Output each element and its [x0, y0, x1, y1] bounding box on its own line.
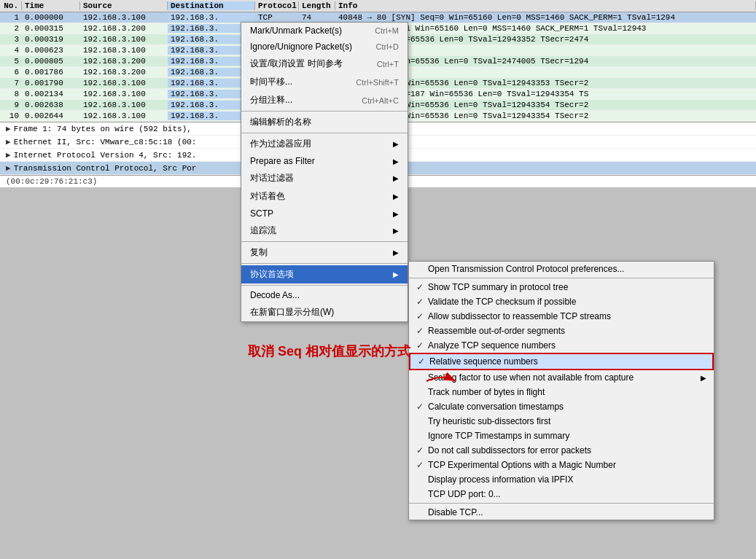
pref-item-label: Display process information via IPFIX: [428, 474, 573, 485]
packet-no: 7: [0, 79, 22, 87]
packet-header: No. Time Source Destination Protocol Len…: [0, 0, 756, 12]
hex-line: (00:0c:29:76:21:c3): [6, 177, 97, 186]
col-header-no: No.: [0, 1, 22, 10]
expand-arrow: ▶: [6, 151, 11, 160]
pref-item[interactable]: Disable TCP...: [409, 505, 714, 520]
submenu-arrow: ▶: [393, 192, 399, 200]
packet-src: 192.168.3.100: [80, 13, 168, 22]
menu-shortcut: Ctrl+D: [376, 42, 399, 51]
annotation-label: 取消 Seq 相对值显示的方式: [248, 344, 410, 359]
pref-item[interactable]: Display process information via IPFIX: [409, 472, 714, 487]
menu-shortcut: Ctrl+Shift+T: [356, 78, 399, 87]
menu-item-label: Prepare as Filter: [250, 156, 315, 166]
menu-item[interactable]: SCTP▶: [241, 206, 408, 222]
packet-no: 2: [0, 24, 22, 33]
packet-time: 0.000000: [22, 13, 80, 22]
submenu-arrow-pref: ▶: [701, 374, 706, 382]
packet-no: 3: [0, 35, 22, 44]
menu-item[interactable]: 在新窗口显示分组(W): [241, 303, 408, 321]
packet-time: 0.000805: [22, 57, 80, 66]
pref-item[interactable]: ✓Allow subdissector to reassemble TCP st…: [409, 309, 714, 324]
submenu-arrow: ▶: [393, 157, 399, 165]
pref-item[interactable]: Try heuristic sub-dissectors first: [409, 414, 714, 429]
packet-src: 192.168.3.100: [80, 35, 168, 44]
menu-item[interactable]: Prepare as Filter▶: [241, 153, 408, 169]
detail-text: Internet Protocol Version 4, Src: 192.: [14, 151, 197, 160]
pref-item[interactable]: ✓Validate the TCP checksum if possible: [409, 294, 714, 309]
check-mark: ✓: [416, 402, 428, 412]
menu-item-label: 对话着色: [250, 190, 285, 203]
pref-item-label: Disable TCP...: [428, 507, 483, 517]
menu-item[interactable]: Mark/Unmark Packet(s)Ctrl+M: [241, 23, 408, 39]
menu-item[interactable]: 对话着色▶: [241, 187, 408, 206]
packet-time: 0.000319: [22, 35, 80, 44]
pref-item[interactable]: Ignore TCP Timestamps in summary: [409, 429, 714, 443]
pref-item[interactable]: ✓Relative sequence numbers: [409, 353, 714, 370]
menu-item[interactable]: 复制▶: [241, 243, 408, 262]
menu-item[interactable]: 作为过滤器应用▶: [241, 135, 408, 153]
submenu-arrow: ▶: [393, 227, 399, 235]
pref-item[interactable]: ✓Show TCP summary in protocol tree: [409, 280, 714, 294]
menu-shortcut: Ctrl+T: [377, 60, 399, 69]
packet-dst: 192.168.3.: [168, 13, 255, 22]
pref-item[interactable]: ✓Calculate conversation timestamps: [409, 399, 714, 414]
menu-item-label: 时间平移...: [250, 76, 292, 88]
pref-item-label: Relative sequence numbers: [429, 356, 538, 367]
col-header-source: Source: [80, 1, 168, 10]
pref-item[interactable]: ✓TCP Experimental Options with a Magic N…: [409, 458, 714, 472]
submenu-arrow: ▶: [393, 140, 399, 148]
pref-item-label: Ignore TCP Timestamps in summary: [428, 431, 569, 441]
menu-item[interactable]: 追踪流▶: [241, 222, 408, 240]
menu-separator: [241, 263, 408, 264]
menu-item-label: 编辑解析的名称: [250, 116, 311, 128]
pref-item[interactable]: ✓Reassemble out-of-order segments: [409, 324, 714, 338]
menu-item[interactable]: 对话过滤器▶: [241, 169, 408, 187]
packet-src: 192.168.3.200: [80, 57, 168, 66]
annotation-text: 取消 Seq 相对值显示的方式: [248, 343, 410, 360]
menu-item-label: Mark/Unmark Packet(s): [250, 26, 342, 36]
packet-no: 9: [0, 101, 22, 109]
packet-no: 4: [0, 46, 22, 55]
menu-item-label: SCTP: [250, 208, 273, 219]
submenu-arrow: ▶: [393, 249, 399, 257]
pref-item[interactable]: Open Transmission Control Protocol prefe…: [409, 262, 714, 276]
menu-item[interactable]: 时间平移...Ctrl+Shift+T: [241, 73, 408, 91]
packet-no: 1: [0, 13, 22, 22]
menu-item-label: 作为过滤器应用: [250, 138, 311, 150]
submenu-arrow: ▶: [393, 174, 399, 182]
packet-src: 192.168.3.100: [80, 46, 168, 55]
menu-separator: [241, 133, 408, 133]
packet-src: 192.168.3.200: [80, 68, 168, 77]
detail-text: Frame 1: 74 bytes on wire (592 bits),: [14, 125, 192, 133]
packet-src: 192.168.3.100: [80, 90, 168, 98]
col-header-protocol: Protocol: [255, 1, 299, 10]
context-menu-1[interactable]: Mark/Unmark Packet(s)Ctrl+MIgnore/Unigno…: [241, 22, 408, 322]
menu-item-label: 设置/取消设置 时间参考: [250, 58, 343, 70]
pref-item-label: TCP Experimental Options with a Magic Nu…: [428, 460, 616, 470]
pref-item-label: Analyze TCP sequence numbers: [428, 340, 556, 351]
packet-time: 0.002644: [22, 112, 80, 120]
expand-arrow: ▶: [6, 138, 11, 146]
col-header-info: Info: [335, 1, 756, 10]
packet-no: 8: [0, 90, 22, 98]
menu-shortcut: Ctrl+M: [375, 26, 399, 35]
menu-item[interactable]: 编辑解析的名称: [241, 113, 408, 131]
packet-len: 74: [299, 13, 335, 22]
menu-separator: [241, 285, 408, 286]
menu-item[interactable]: 分组注释...Ctrl+Alt+C: [241, 91, 408, 109]
packet-no: 10: [0, 112, 22, 120]
menu-item[interactable]: Ignore/Unignore Packet(s)Ctrl+D: [241, 39, 408, 55]
check-mark: ✓: [418, 356, 429, 367]
menu-item[interactable]: 设置/取消设置 时间参考Ctrl+T: [241, 55, 408, 73]
pref-item-label: TCP UDP port: 0...: [428, 489, 501, 499]
pref-item-label: Validate the TCP checksum if possible: [428, 297, 576, 307]
packet-src: 192.168.3.200: [80, 24, 168, 33]
menu-item[interactable]: 协议首选项▶: [241, 265, 408, 284]
pref-item-label: Show TCP summary in protocol tree: [428, 282, 568, 292]
menu-item[interactable]: Decode As...: [241, 287, 408, 303]
pref-item[interactable]: TCP UDP port: 0...: [409, 487, 714, 501]
pref-item[interactable]: ✓Analyze TCP sequence numbers: [409, 338, 714, 353]
detail-text: Ethernet II, Src: VMware_c8:5c:18 (00:: [14, 138, 197, 146]
submenu-arrow: ▶: [393, 210, 399, 218]
pref-item[interactable]: ✓Do not call subdissectors for error pac…: [409, 443, 714, 458]
